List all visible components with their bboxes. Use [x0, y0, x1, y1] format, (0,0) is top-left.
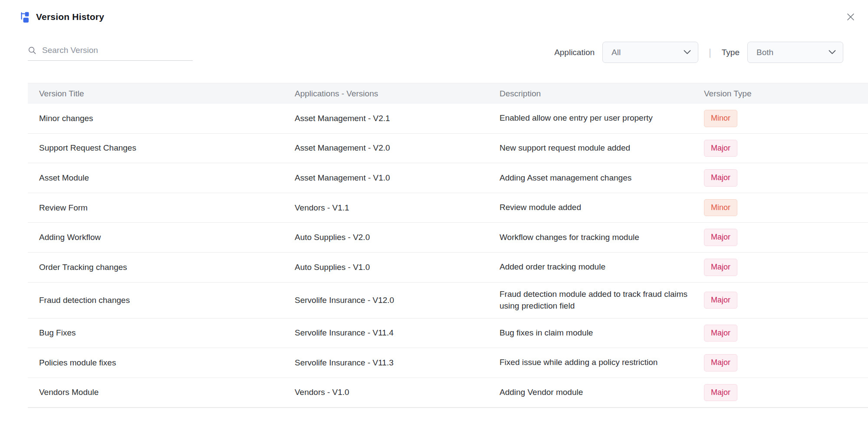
version-title-cell: Support Request Changes	[39, 143, 295, 153]
close-icon[interactable]	[844, 10, 857, 23]
chevron-down-icon	[684, 50, 691, 55]
column-header-version-title: Version Title	[39, 89, 295, 99]
description-cell: Review module added	[500, 202, 704, 214]
version-title-cell: Adding Workflow	[39, 233, 295, 242]
description-cell: Bug fixes in claim module	[500, 327, 704, 339]
version-title-cell: Order Tracking changes	[39, 263, 295, 272]
version-title-cell: Asset Module	[39, 173, 295, 183]
version-type-cell: Major	[704, 259, 868, 276]
table-row[interactable]: Support Request Changes Asset Management…	[28, 134, 868, 164]
description-cell: Workflow changes for tracking module	[500, 232, 704, 243]
version-type-cell: Minor	[704, 110, 868, 127]
version-type-cell: Major	[704, 169, 868, 187]
app-version-cell: Servolife Insurance - V11.3	[295, 358, 500, 368]
app-version-cell: Asset Management - V2.1	[295, 114, 500, 123]
app-version-cell: Auto Supplies - V2.0	[295, 233, 500, 242]
modal-header: Version History	[0, 0, 868, 23]
version-type-badge: Major	[704, 140, 737, 157]
description-cell: Fraud detection module added to track fr…	[500, 289, 704, 312]
version-type-cell: Major	[704, 354, 868, 372]
app-version-cell: Servolife Insurance - V12.0	[295, 296, 500, 305]
version-title-cell: Fraud detection changes	[39, 296, 295, 305]
version-type-badge: Major	[704, 325, 737, 342]
table-row[interactable]: Vendors Module Vendors - V1.0 Adding Ven…	[28, 378, 868, 408]
version-title-cell: Bug Fixes	[39, 328, 295, 338]
app-version-cell: Vendors - V1.0	[295, 388, 500, 397]
table-row[interactable]: Asset Module Asset Management - V1.0 Add…	[28, 163, 868, 193]
application-filter-label: Application	[554, 48, 595, 57]
search-box[interactable]	[28, 45, 193, 61]
version-type-badge: Major	[704, 229, 737, 246]
description-cell: Enabled allow one entry per user propert…	[500, 112, 704, 124]
column-header-applications-versions: Applications - Versions	[295, 89, 500, 99]
version-type-cell: Major	[704, 292, 868, 309]
table-row[interactable]: Review Form Vendors - V1.1 Review module…	[28, 193, 868, 223]
application-select-value: All	[612, 48, 621, 57]
column-header-version-type: Version Type	[704, 89, 868, 99]
version-type-badge: Minor	[704, 199, 737, 217]
search-input[interactable]	[41, 45, 193, 56]
description-cell: Added order tracking module	[500, 261, 704, 273]
app-version-cell: Asset Management - V1.0	[295, 173, 500, 183]
app-version-cell: Asset Management - V2.0	[295, 143, 500, 153]
page-title: Version History	[36, 12, 104, 22]
version-type-badge: Major	[704, 292, 737, 309]
version-history-table: Version Title Applications - Versions De…	[28, 83, 868, 408]
column-header-description: Description	[500, 89, 704, 99]
version-type-badge: Major	[704, 384, 737, 401]
version-type-badge: Major	[704, 259, 737, 276]
version-type-badge: Minor	[704, 110, 737, 127]
toolbar: Application All | Type Both	[28, 42, 843, 63]
filter-divider: |	[709, 47, 711, 58]
table-body: Minor changes Asset Management - V2.1 En…	[28, 104, 868, 408]
type-select-value: Both	[756, 48, 773, 57]
version-type-badge: Major	[704, 354, 737, 372]
version-title-cell: Minor changes	[39, 114, 295, 123]
filters: Application All | Type Both	[554, 42, 843, 63]
description-cell: New support request module added	[500, 142, 704, 154]
version-tree-icon	[19, 11, 31, 23]
search-icon	[28, 46, 36, 55]
table-row[interactable]: Minor changes Asset Management - V2.1 En…	[28, 104, 868, 134]
version-type-cell: Major	[704, 325, 868, 342]
table-row[interactable]: Adding Workflow Auto Supplies - V2.0 Wor…	[28, 223, 868, 253]
description-cell: Adding Vendor module	[500, 387, 704, 398]
version-title-cell: Review Form	[39, 203, 295, 213]
description-cell: Adding Asset management changes	[500, 172, 704, 184]
version-type-cell: Major	[704, 229, 868, 246]
table-row[interactable]: Policies module fixes Servolife Insuranc…	[28, 348, 868, 378]
version-type-cell: Minor	[704, 199, 868, 217]
app-version-cell: Auto Supplies - V1.0	[295, 263, 500, 272]
description-cell: Fixed issue while adding a policy restri…	[500, 357, 704, 368]
version-type-badge: Major	[704, 169, 737, 187]
version-type-cell: Major	[704, 140, 868, 157]
version-title-cell: Policies module fixes	[39, 358, 295, 368]
chevron-down-icon	[829, 50, 836, 55]
table-header-row: Version Title Applications - Versions De…	[28, 83, 868, 104]
type-select[interactable]: Both	[747, 42, 843, 63]
table-row[interactable]: Bug Fixes Servolife Insurance - V11.4 Bu…	[28, 319, 868, 349]
app-version-cell: Servolife Insurance - V11.4	[295, 328, 500, 338]
table-row[interactable]: Fraud detection changes Servolife Insura…	[28, 283, 868, 319]
application-select[interactable]: All	[602, 42, 698, 63]
version-type-cell: Major	[704, 384, 868, 401]
app-version-cell: Vendors - V1.1	[295, 203, 500, 213]
table-row[interactable]: Order Tracking changes Auto Supplies - V…	[28, 253, 868, 283]
version-title-cell: Vendors Module	[39, 388, 295, 397]
type-filter-label: Type	[722, 48, 740, 57]
